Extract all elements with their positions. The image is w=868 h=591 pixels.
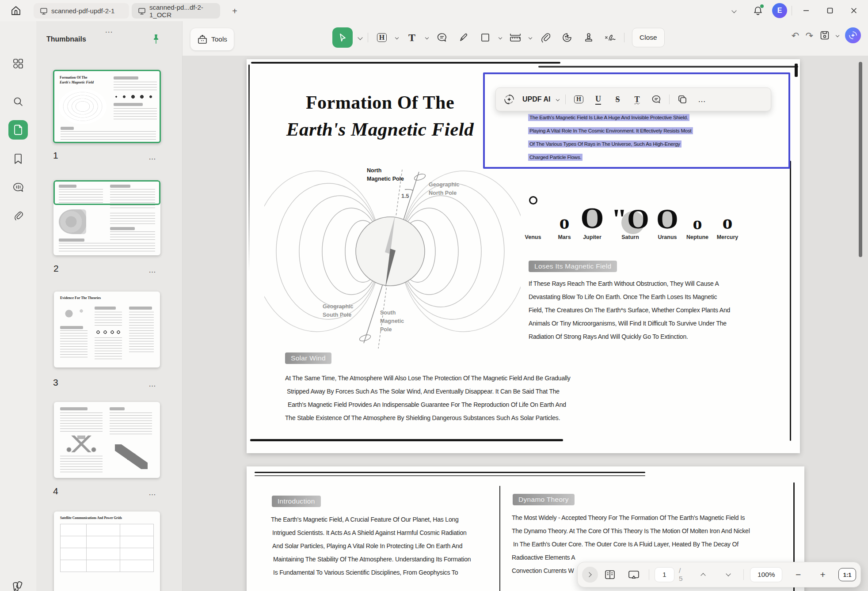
ai-comment-button[interactable] [650, 93, 663, 106]
section-badge-loses-field: Loses Its Magnetic Field [529, 261, 617, 272]
next-page-button[interactable] [720, 566, 738, 583]
tabs-dropdown-button[interactable] [724, 2, 744, 19]
ai-more-button[interactable]: … [695, 93, 708, 106]
page-number: 2 [53, 263, 59, 274]
sticker-tool-button[interactable] [559, 30, 575, 45]
bookmarks-button[interactable] [8, 149, 28, 169]
left-rail [0, 21, 36, 591]
ai-strikethrough-button[interactable]: S [611, 93, 624, 106]
shape-tool-button[interactable] [477, 30, 493, 45]
page-3-menu-button[interactable]: … [148, 380, 157, 389]
document-tab-icon [138, 8, 146, 15]
actual-size-button[interactable]: 1:1 [838, 568, 856, 581]
updf-ai-label[interactable]: UPDF AI [522, 95, 550, 103]
save-dropdown[interactable] [836, 34, 839, 37]
home-icon [10, 5, 22, 16]
shape-dropdown[interactable] [499, 36, 502, 39]
section-badge-solar-wind: Solar Wind [285, 352, 331, 364]
presentation-mode-button[interactable] [625, 566, 643, 583]
ruler-icon [509, 33, 522, 42]
search-button[interactable] [8, 92, 28, 111]
introduction-paragraph: The Earth's Magnetic Field, A Crucial Fe… [271, 516, 471, 582]
selected-text-box[interactable]: UPDF AI H U S T [483, 72, 790, 169]
page-total-label: / 5 [679, 567, 686, 583]
undo-button[interactable]: ↶ [792, 31, 799, 40]
thumbnail-page-5[interactable]: Satellite Communications And Power Grids [54, 511, 160, 591]
two-page-view-button[interactable] [602, 566, 619, 583]
panel-drag-handle[interactable]: ⋯ [105, 28, 114, 36]
stamp-tool-button[interactable] [581, 30, 597, 45]
close-window-button[interactable] [844, 2, 864, 19]
zoom-out-button[interactable]: − [789, 566, 807, 583]
pin-panel-button[interactable] [151, 34, 161, 45]
comment-tool-button[interactable] [434, 30, 450, 45]
thumbnail-page-3[interactable]: Evidence For The Theories [54, 292, 160, 367]
underline-icon: U [595, 95, 601, 105]
document-title: Formation Of The Earth's Magnetic Field [274, 92, 486, 140]
pen-tool-button[interactable] [456, 30, 472, 45]
text-tool-button[interactable]: T [404, 30, 420, 45]
ai-highlight-button[interactable]: H [572, 93, 585, 106]
tab-scanned-pdf[interactable]: scanned-pdf-updf-2-1 [34, 3, 129, 19]
scan-border [255, 475, 645, 476]
page-number-input[interactable]: 1 [655, 567, 674, 582]
user-avatar[interactable]: E [772, 3, 787, 18]
geographic-north-pole-label: Geographic North Pole [429, 181, 459, 197]
page-4-menu-button[interactable]: … [148, 489, 157, 497]
new-tab-button[interactable]: + [228, 4, 241, 18]
thumbnails-panel-button[interactable] [8, 120, 28, 140]
column-divider [499, 486, 500, 591]
highlight-tool-button[interactable]: H [374, 30, 390, 45]
titlebar-divider [792, 6, 792, 15]
measure-dropdown[interactable] [529, 36, 532, 39]
select-tool-button[interactable] [332, 27, 353, 48]
thumbnail-page-1[interactable]: Formation Of The Earth's Magnetic Field [53, 70, 161, 143]
title-line1: Formation Of The [274, 92, 486, 113]
previous-page-button[interactable] [694, 566, 712, 583]
scan-border [795, 64, 798, 77]
zoom-level-input[interactable]: 100% [750, 567, 782, 582]
page-2-menu-button[interactable]: … [148, 266, 157, 275]
text-dropdown[interactable] [425, 36, 429, 39]
attachment-tool-button[interactable] [537, 30, 553, 45]
minimize-button[interactable] [796, 2, 816, 19]
notification-dot [760, 4, 764, 8]
save-button[interactable] [819, 30, 830, 41]
expand-bar-button[interactable] [582, 567, 598, 583]
south-magnetic-pole-label: South Magnetic Pole [380, 309, 404, 333]
mini-planets [114, 95, 157, 98]
swatches-button[interactable] [8, 577, 28, 591]
close-edit-button[interactable]: Close [632, 28, 665, 47]
thumbnail-page-2[interactable] [53, 180, 160, 255]
updf-ai-dropdown[interactable] [556, 98, 560, 101]
ai-underline-button[interactable]: U [591, 93, 605, 106]
bell-icon [753, 5, 763, 16]
ai-copy-button[interactable] [676, 93, 689, 106]
thumbnail-page-4[interactable] [54, 402, 160, 478]
measure-tool-button[interactable] [507, 30, 523, 45]
signature-tool-button[interactable] [602, 30, 618, 45]
highlight-dropdown[interactable] [395, 36, 399, 39]
attachments-panel-button[interactable] [8, 206, 28, 225]
notifications-button[interactable] [748, 2, 768, 19]
tab-label: scanned-pd...df-2-1_OCR [149, 4, 214, 19]
mini-network-diagram [65, 436, 97, 452]
apps-grid-button[interactable] [8, 54, 28, 73]
tools-button[interactable]: Tools [190, 28, 234, 50]
maximize-button[interactable] [820, 2, 840, 19]
zoom-in-button[interactable]: + [814, 566, 832, 583]
updf-ai-button[interactable] [845, 27, 861, 43]
square-icon [480, 33, 490, 42]
home-button[interactable] [6, 2, 26, 19]
tab-label: scanned-pdf-updf-2-1 [51, 7, 114, 15]
page-1-menu-button[interactable]: … [148, 153, 157, 162]
comments-panel-button[interactable] [8, 178, 28, 197]
highlight-icon: H [377, 33, 387, 42]
ai-squiggly-button[interactable]: T [630, 93, 643, 106]
tab-scanned-pdf-ocr[interactable]: scanned-pd...df-2-1_OCR [132, 3, 220, 19]
planet-saturn: "O Saturn [609, 194, 651, 240]
vertical-scrollbar-thumb[interactable] [859, 62, 862, 257]
redo-button[interactable]: ↷ [805, 31, 813, 40]
ai-bar-divider [565, 95, 566, 104]
select-tool-dropdown[interactable] [358, 35, 362, 40]
